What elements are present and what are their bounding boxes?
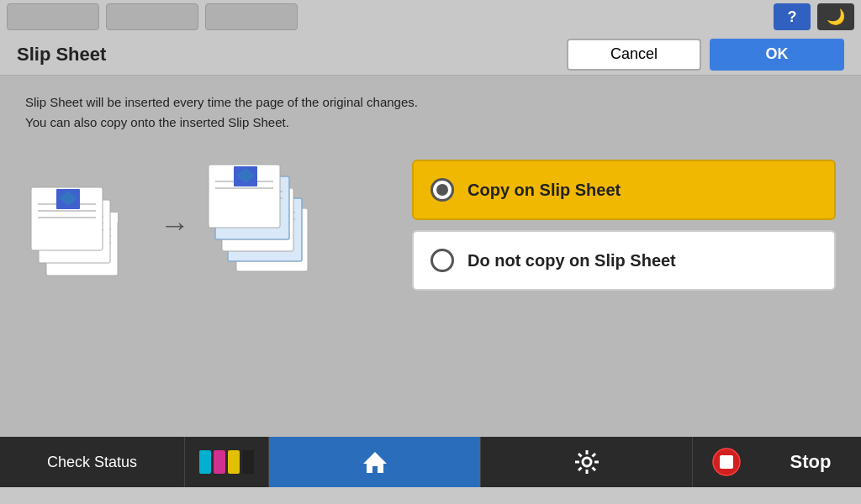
header-row: Slip Sheet Cancel OK [0,34,861,76]
night-mode-button[interactable]: 🌙 [817,3,854,30]
svg-rect-55 [720,455,733,469]
yellow-bar [228,450,240,474]
ink-bars [199,450,254,474]
nocopy-radio [430,249,454,272]
svg-point-45 [583,458,591,466]
magenta-bar [214,450,225,474]
main-content: Slip Sheet will be inserted every time t… [0,76,861,437]
check-status-button[interactable]: Check Status [0,437,185,487]
options-panel: Copy on Slip Sheet Do not copy on Slip S… [412,160,836,291]
home-button[interactable] [269,437,480,487]
copy-radio [430,178,454,202]
top-tab-1[interactable] [7,3,99,30]
before-stack-svg [25,166,143,284]
content-area: → [25,158,836,292]
stop-area: Stop [692,437,861,487]
home-icon [362,449,388,475]
check-status-label: Check Status [47,454,137,471]
black-bar [242,450,254,474]
cancel-button[interactable]: Cancel [567,39,701,71]
svg-line-53 [578,468,582,471]
svg-marker-44 [363,452,387,473]
cyan-bar [199,450,211,474]
top-tab-3[interactable] [205,3,298,30]
settings-button[interactable] [480,437,692,487]
ok-button[interactable]: OK [710,39,844,71]
description-line1: Slip Sheet will be inserted every time t… [25,92,836,113]
stop-circle-icon [711,447,742,477]
help-button[interactable]: ? [774,3,811,30]
copy-on-slip-sheet-label: Copy on Slip Sheet [467,181,621,200]
top-bar: ? 🌙 [0,0,861,34]
after-stack-svg [207,158,341,292]
svg-line-50 [578,454,582,457]
gear-icon [573,449,600,475]
slip-sheet-illustration: → [25,158,378,292]
stop-icon-button[interactable] [693,437,760,487]
svg-line-52 [592,454,595,457]
svg-line-51 [592,468,595,471]
stop-button[interactable]: Stop [760,437,861,487]
do-not-copy-option[interactable]: Do not copy on Slip Sheet [412,230,836,291]
copy-on-slip-sheet-option[interactable]: Copy on Slip Sheet [412,160,836,220]
top-tab-2[interactable] [106,3,198,30]
ink-status-button[interactable] [185,437,269,487]
arrow-icon: → [160,207,190,243]
do-not-copy-label: Do not copy on Slip Sheet [467,251,676,270]
bottom-bar: Check Status [0,437,861,487]
page-title: Slip Sheet [17,44,567,66]
description: Slip Sheet will be inserted every time t… [25,92,836,133]
description-line2: You can also copy onto the inserted Slip… [25,113,836,133]
